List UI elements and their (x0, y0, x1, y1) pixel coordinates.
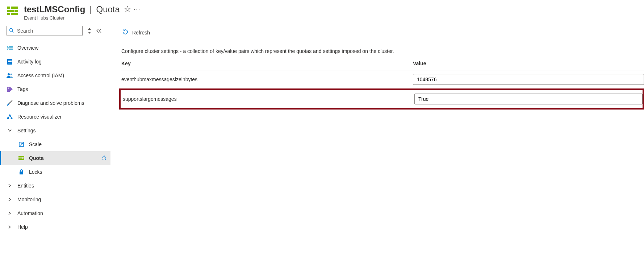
svg-rect-11 (7, 46, 8, 47)
svg-rect-35 (18, 158, 22, 159)
quota-icon (18, 156, 25, 160)
sidebar: Overview Activity log Access control (IA… (0, 24, 110, 262)
svg-rect-1 (11, 7, 18, 9)
sidebar-group-label: Settings (17, 128, 36, 133)
setting-value-input[interactable] (414, 94, 643, 104)
svg-rect-3 (15, 10, 18, 12)
collapse-sidebar-icon[interactable] (96, 29, 101, 33)
sidebar-group-entities[interactable]: Entities (7, 179, 110, 193)
svg-rect-4 (7, 13, 10, 15)
svg-point-21 (8, 73, 10, 75)
toolbar: Refresh (121, 27, 644, 43)
pin-star-icon[interactable] (101, 155, 107, 161)
sort-icon[interactable] (88, 28, 91, 34)
chevron-right-icon (7, 211, 13, 215)
sidebar-item-access-control[interactable]: Access control (IAM) (7, 69, 110, 82)
svg-rect-19 (8, 61, 12, 62)
svg-rect-36 (23, 158, 24, 159)
sidebar-item-scale[interactable]: Scale (7, 137, 110, 151)
more-actions-icon[interactable]: ··· (134, 6, 141, 13)
table-header: Key Value (121, 61, 644, 70)
svg-marker-6 (125, 6, 130, 11)
refresh-label: Refresh (132, 30, 150, 36)
main-content: Refresh Configure cluster settings - a c… (110, 24, 644, 262)
sidebar-item-tags[interactable]: Tags (7, 82, 110, 96)
sidebar-item-label: Activity log (17, 59, 42, 65)
svg-line-8 (12, 31, 14, 33)
scale-icon (18, 142, 25, 147)
overview-icon (7, 46, 13, 50)
svg-rect-2 (7, 10, 14, 12)
sidebar-item-label: Tags (17, 86, 28, 92)
sidebar-group-monitoring[interactable]: Monitoring (7, 193, 110, 206)
sidebar-item-overview[interactable]: Overview (7, 41, 110, 55)
sidebar-item-label: Overview (17, 45, 38, 51)
svg-rect-33 (18, 156, 20, 157)
svg-rect-18 (8, 60, 12, 61)
sidebar-group-label: Help (17, 224, 28, 230)
sidebar-item-label: Quota (29, 155, 43, 161)
svg-point-23 (8, 88, 9, 89)
sidebar-item-activity-log[interactable]: Activity log (7, 55, 110, 69)
sidebar-search[interactable] (7, 26, 83, 36)
setting-value-input[interactable] (413, 74, 644, 85)
svg-rect-20 (8, 63, 11, 63)
svg-rect-34 (20, 156, 24, 157)
chevron-right-icon (7, 184, 13, 187)
svg-line-32 (20, 143, 22, 145)
lock-icon (18, 169, 25, 174)
svg-marker-39 (102, 155, 106, 160)
svg-line-25 (9, 101, 12, 104)
favorite-star-icon[interactable] (124, 6, 131, 13)
sidebar-item-label: Diagnose and solve problems (17, 100, 84, 106)
table-row: eventhubmaxmessagesizeinbytes (121, 70, 644, 88)
setting-key: supportslargemessages (123, 96, 414, 102)
sidebar-item-resource-visualizer[interactable]: Resource visualizer (7, 110, 110, 124)
sidebar-item-label: Locks (29, 169, 42, 175)
svg-point-7 (9, 28, 13, 32)
description-text: Configure cluster settings - a collectio… (121, 48, 644, 54)
svg-line-30 (10, 115, 12, 118)
chevron-right-icon (7, 198, 13, 201)
svg-rect-0 (7, 7, 10, 9)
svg-line-29 (8, 115, 10, 118)
sidebar-group-label: Entities (17, 183, 34, 189)
section-name: Quota (96, 4, 120, 15)
access-control-icon (7, 73, 13, 78)
activity-log-icon (7, 59, 13, 65)
chevron-right-icon (7, 225, 13, 229)
sidebar-group-label: Automation (17, 210, 43, 216)
resource-type-label: Event Hubs Cluster (24, 15, 141, 21)
resource-visualizer-icon (7, 114, 13, 119)
sidebar-group-settings[interactable]: Settings (7, 124, 110, 137)
svg-rect-15 (7, 49, 8, 50)
resource-name: testLMSConfig (24, 4, 85, 15)
svg-marker-10 (88, 32, 91, 34)
sidebar-group-label: Monitoring (17, 197, 41, 202)
svg-rect-5 (11, 13, 18, 15)
svg-point-22 (11, 74, 12, 75)
sidebar-item-label: Scale (29, 141, 42, 147)
chevron-down-icon (7, 129, 13, 132)
sidebar-item-quota[interactable]: Quota (0, 151, 110, 165)
sidebar-group-help[interactable]: Help (7, 220, 110, 234)
svg-rect-38 (20, 159, 24, 160)
diagnose-icon (7, 100, 13, 106)
svg-rect-13 (7, 48, 11, 49)
svg-rect-37 (18, 159, 20, 160)
tags-icon (7, 87, 13, 92)
refresh-button[interactable]: Refresh (121, 27, 151, 38)
svg-rect-14 (11, 48, 13, 49)
resource-icon (7, 7, 18, 16)
sidebar-item-label: Resource visualizer (17, 114, 62, 120)
column-header-key: Key (121, 61, 413, 66)
page-header: testLMSConfig | Quota ··· Event Hubs Clu… (0, 0, 644, 24)
sidebar-item-diagnose[interactable]: Diagnose and solve problems (7, 96, 110, 110)
sidebar-item-locks[interactable]: Locks (7, 165, 110, 179)
sidebar-item-label: Access control (IAM) (17, 73, 64, 78)
refresh-icon (122, 29, 129, 36)
sidebar-group-automation[interactable]: Automation (7, 206, 110, 220)
search-input[interactable] (7, 26, 83, 36)
search-icon (9, 28, 14, 34)
table-row-highlighted: supportslargemessages (119, 88, 644, 110)
